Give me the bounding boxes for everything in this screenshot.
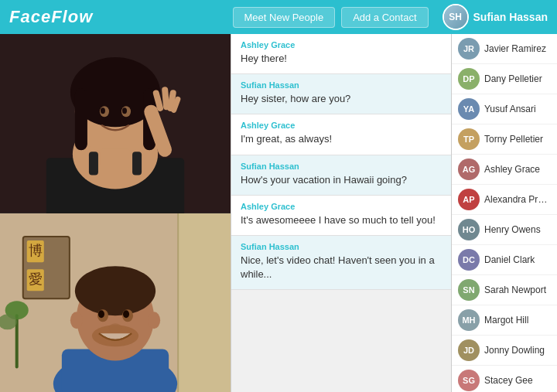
contact-name: Sarah Newport <box>484 285 546 295</box>
add-contact-button[interactable]: Add a Contact <box>341 7 428 28</box>
chat-panel[interactable]: Ashley GraceHey there!Sufian HassanHey s… <box>231 34 452 392</box>
chat-text: Hey sister, how are you? <box>241 92 442 106</box>
chat-sender: Ashley Grace <box>241 202 442 211</box>
svg-text:愛: 愛 <box>29 271 43 287</box>
header: FaceFlow Meet New People Add a Contact S… <box>0 0 557 34</box>
chat-text: I'm great, as always! <box>241 132 442 146</box>
logo: FaceFlow <box>9 7 93 27</box>
contact-item[interactable]: DPDany Pelletier <box>452 64 557 94</box>
contact-avatar: AG <box>458 159 480 180</box>
meet-new-people-button[interactable]: Meet New People <box>233 7 336 28</box>
chat-sender: Sufian Hassan <box>241 80 442 90</box>
contact-name: Stacey Gee <box>484 375 533 386</box>
contact-avatar: AP <box>458 189 480 210</box>
contact-name: Jonny Dowling <box>484 345 545 356</box>
chat-message: Ashley GraceIt's awesomeeee I have so mu… <box>231 196 451 236</box>
chat-message: Sufian HassanNice, let's video chat! Hav… <box>231 236 451 290</box>
contact-avatar: JR <box>458 38 480 60</box>
chat-sender: Ashley Grace <box>241 121 442 130</box>
contact-item[interactable]: MHMargot Hill <box>452 305 557 336</box>
chat-message: Ashley GraceHey there! <box>231 34 451 74</box>
contact-name: Javier Ramirez <box>484 43 546 54</box>
contact-avatar: DP <box>458 68 480 90</box>
header-nav: Meet New People Add a Contact SH Sufian … <box>233 4 548 30</box>
contact-name: Yusuf Ansari <box>484 104 536 114</box>
svg-point-40 <box>109 323 121 332</box>
contact-item[interactable]: SGStacey Gee <box>452 366 557 392</box>
contact-avatar: TP <box>458 128 480 150</box>
svg-text:博: 博 <box>29 243 43 258</box>
user-avatar-header: SH <box>443 4 469 30</box>
contact-item[interactable]: TPTorny Pelletier <box>452 124 557 155</box>
chat-text: Nice, let's video chat! Haven't seen you… <box>241 254 442 281</box>
contact-name: Henry Owens <box>484 224 541 235</box>
svg-rect-17 <box>89 152 98 175</box>
contacts-panel: JRJavier RamirezDPDany PelletierYAYusuf … <box>452 34 557 392</box>
chat-text: Hey there! <box>241 52 442 66</box>
contact-avatar: SG <box>458 370 480 391</box>
chat-sender: Sufian Hassan <box>241 242 442 251</box>
user-profile[interactable]: SH Sufian Hassan <box>443 4 548 30</box>
contact-item[interactable]: APAlexandra Prato <box>452 185 557 215</box>
contact-avatar: JD <box>458 339 480 361</box>
video-box-bottom: 博 愛 <box>0 213 231 393</box>
svg-point-38 <box>123 310 129 318</box>
chat-sender: Ashley Grace <box>241 40 442 49</box>
svg-point-41 <box>70 312 83 329</box>
svg-point-42 <box>148 312 160 329</box>
svg-point-34 <box>75 266 155 315</box>
contact-item[interactable]: YAYusuf Ansari <box>452 94 557 124</box>
chat-message: Sufian HassanHow's your vacation in Hawa… <box>231 155 451 196</box>
header-username: Sufian Hassan <box>473 11 548 23</box>
chat-message: Sufian HassanHey sister, how are you? <box>231 74 451 114</box>
chat-sender: Sufian Hassan <box>241 162 442 171</box>
video-panel: 博 愛 <box>0 34 231 392</box>
contact-avatar: HO <box>458 219 480 240</box>
contact-avatar: MH <box>458 309 480 331</box>
contact-item[interactable]: JDJonny Dowling <box>452 336 557 366</box>
svg-rect-18 <box>132 152 142 175</box>
svg-point-10 <box>122 107 127 114</box>
contact-name: Alexandra Prato <box>484 194 551 205</box>
chat-text: How's your vacation in Hawaii going? <box>241 173 442 187</box>
chat-message: Ashley GraceI'm great, as always! <box>231 114 451 155</box>
video-box-top <box>0 34 231 213</box>
contact-name: Torny Pelletier <box>484 134 543 145</box>
main: 博 愛 <box>0 34 557 392</box>
contact-name: Margot Hill <box>484 315 528 326</box>
svg-point-37 <box>98 310 104 318</box>
svg-point-9 <box>101 107 105 114</box>
contact-item[interactable]: HOHenry Owens <box>452 215 557 245</box>
contact-name: Dany Pelletier <box>484 73 542 84</box>
contact-avatar: SN <box>458 279 480 301</box>
contact-item[interactable]: JRJavier Ramirez <box>452 34 557 64</box>
svg-rect-25 <box>178 213 231 393</box>
contact-avatar: YA <box>458 98 480 120</box>
contact-avatar: DC <box>458 249 480 271</box>
contact-item[interactable]: DCDaniel Clark <box>452 245 557 275</box>
contact-item[interactable]: SNSarah Newport <box>452 275 557 305</box>
contact-name: Daniel Clark <box>484 254 535 265</box>
contact-item[interactable]: AGAshley Grace <box>452 155 557 185</box>
svg-rect-16 <box>101 148 130 168</box>
contact-name: Ashley Grace <box>484 164 540 175</box>
avatar-placeholder: SH <box>444 5 467 29</box>
chat-text: It's awesomeeee I have so much to tell y… <box>241 213 442 227</box>
svg-rect-5 <box>75 88 87 150</box>
